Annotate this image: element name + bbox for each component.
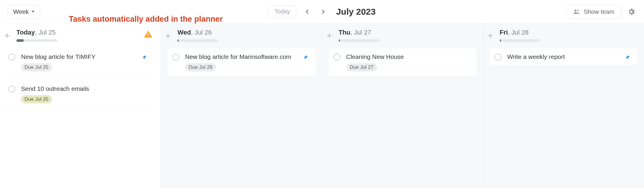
show-team-label: Show team [584,8,614,15]
plus-icon [4,33,10,39]
day-label: Fri, Jul 28 [500,29,541,42]
task-title: Cleaning New House [346,53,459,60]
day-label-bold: Today [16,29,35,36]
pin-icon [625,54,630,60]
task-title: New blog article for TIMIFY [21,53,137,60]
day-column-header: Thu, Jul 27 [322,23,483,46]
task-due-badge: Due Jul 27 [346,63,377,71]
task-pin[interactable] [625,54,631,60]
day-column-header: Wed, Jul 26 [161,23,322,46]
task-checkbox[interactable] [333,54,340,61]
task-checkbox[interactable] [8,54,15,61]
day-column: Today, Jul 25New blog article for TIMIFY… [0,23,161,188]
task-content: New blog article for Marinsoftware.comDu… [185,53,298,71]
task-title: Write a weekly report [507,53,620,60]
task-checkbox[interactable] [8,86,15,93]
task-content: Cleaning New HouseDue Jul 27 [346,53,459,71]
date-nav-arrows [302,6,328,17]
add-task-button[interactable] [486,31,495,40]
day-label: Wed, Jul 26 [177,29,218,42]
day-label-rest: , Jul 26 [191,29,212,36]
task-list: Write a weekly report [483,46,644,71]
task-card[interactable]: Send 10 outreach emailsDue Jul 25 [4,80,154,108]
gear-icon [627,8,636,16]
day-progress [500,39,541,42]
day-label-text: Thu, Jul 27 [339,29,380,36]
add-task-button[interactable] [163,31,173,40]
task-list: New blog article for Marinsoftware.comDu… [161,46,322,82]
day-label-bold: Wed [177,29,191,36]
pin-icon [142,54,147,60]
task-due-badge: Due Jul 25 [21,95,52,103]
week-board: Today, Jul 25New blog article for TIMIFY… [0,23,644,188]
people-icon [573,8,580,15]
task-pin [141,86,147,92]
toolbar-right: Show team [566,5,636,18]
toolbar-center: Today July 2023 [268,5,376,18]
day-label-text: Wed, Jul 26 [177,29,218,36]
task-content: New blog article for TIMIFYDue Jul 25 [21,53,137,71]
day-column-header: Today, Jul 25 [0,23,161,46]
task-title: New blog article for Marinsoftware.com [185,53,298,60]
add-task-button[interactable] [325,31,334,40]
task-content: Write a weekly report [507,53,620,60]
view-select-label: Week [13,8,29,15]
day-column: Fri, Jul 28Write a weekly report [483,23,644,188]
task-title: Send 10 outreach emails [21,85,137,92]
day-label-rest: , Jul 25 [35,29,56,36]
plus-icon [326,33,333,39]
svg-rect-2 [148,36,149,37]
plus-icon [487,33,494,39]
view-select[interactable]: Week [8,5,40,18]
day-warning-indicator[interactable] [144,30,153,40]
day-label-text: Today, Jul 25 [16,29,57,36]
day-column-header: Fri, Jul 28 [483,23,644,46]
day-progress [339,39,380,42]
task-card[interactable]: New blog article for Marinsoftware.comDu… [167,48,315,76]
task-list: New blog article for TIMIFYDue Jul 25Sen… [0,46,161,114]
top-toolbar: Week Today July 2023 Show team [0,0,644,23]
task-card[interactable]: Write a weekly report [490,48,638,65]
day-label-bold: Thu [339,29,350,36]
task-pin[interactable] [141,54,147,60]
today-button-label: Today [275,8,290,15]
prev-week-button[interactable] [302,6,313,17]
task-card[interactable]: Cleaning New HouseDue Jul 27 [329,48,477,76]
add-task-button[interactable] [2,31,12,40]
task-content: Send 10 outreach emailsDue Jul 25 [21,85,137,103]
day-label-rest: , Jul 27 [350,29,371,36]
task-pin [464,54,470,60]
task-due-badge: Due Jul 29 [185,63,216,71]
plus-icon [165,33,171,39]
day-label: Today, Jul 25 [16,29,57,42]
task-card[interactable]: New blog article for TIMIFYDue Jul 25 [4,48,154,76]
day-progress [16,39,57,42]
task-due-badge: Due Jul 25 [21,63,52,71]
chevron-down-icon [32,11,35,13]
task-checkbox[interactable] [494,54,501,61]
svg-rect-1 [148,33,149,35]
task-pin[interactable] [303,54,309,60]
day-progress [177,39,218,42]
day-column: Thu, Jul 27Cleaning New HouseDue Jul 27 [322,23,483,188]
task-checkbox[interactable] [172,54,179,61]
day-label-bold: Fri [500,29,508,36]
show-team-button[interactable]: Show team [566,5,621,18]
warning-icon [144,30,153,39]
chevron-left-icon [305,9,310,14]
pin-icon [303,54,308,60]
settings-button[interactable] [626,7,636,17]
day-label-text: Fri, Jul 28 [500,29,541,36]
day-label-rest: , Jul 28 [508,29,529,36]
task-list: Cleaning New HouseDue Jul 27 [322,46,483,82]
day-label: Thu, Jul 27 [339,29,380,42]
today-button[interactable]: Today [268,5,296,18]
next-week-button[interactable] [318,6,328,17]
month-title: July 2023 [336,7,376,17]
chevron-right-icon [321,9,326,14]
day-column: Wed, Jul 26New blog article for Marinsof… [161,23,322,188]
